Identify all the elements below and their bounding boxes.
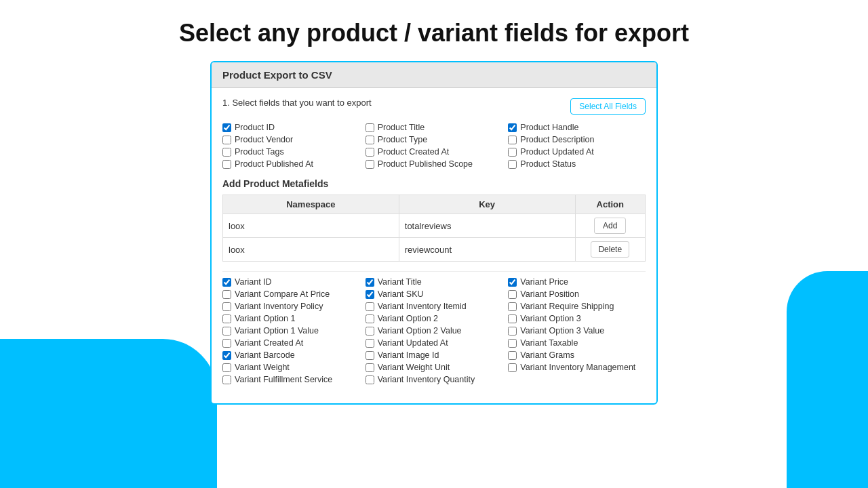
namespace-input-1[interactable]: [229, 245, 393, 255]
label-product_updated_at: Product Updated At: [520, 147, 593, 157]
checkbox-variant_option_1_value[interactable]: [222, 327, 231, 336]
namespace-input-0[interactable]: [229, 221, 393, 231]
label-variant_inventory_management: Variant Inventory Management: [520, 363, 635, 372]
key-input-1[interactable]: [405, 245, 570, 255]
label-variant_option_3_value: Variant Option 3 Value: [520, 326, 604, 336]
checkbox-product_published_scope[interactable]: [366, 160, 374, 169]
checkbox-product_tags[interactable]: [222, 148, 231, 157]
label-variant_option_1: Variant Option 1: [235, 314, 295, 323]
label-variant_barcode: Variant Barcode: [235, 350, 295, 360]
checkbox-variant_inventory_management[interactable]: [508, 363, 517, 372]
product-field-product_published_scope: Product Published Scope: [366, 159, 503, 169]
checkbox-product_description[interactable]: [508, 136, 517, 144]
checkbox-variant_weight_unit[interactable]: [366, 363, 374, 372]
checkbox-product_type[interactable]: [366, 136, 374, 144]
product-field-product_title: Product Title: [366, 123, 503, 132]
label-variant_option_3: Variant Option 3: [520, 314, 580, 323]
product-field-product_type: Product Type: [366, 135, 503, 144]
checkbox-product_updated_at[interactable]: [508, 148, 517, 157]
checkbox-product_id[interactable]: [222, 123, 231, 132]
product-fields-grid: Product IDProduct TitleProduct HandlePro…: [222, 123, 646, 169]
product-field-product_published_at: Product Published At: [222, 159, 360, 169]
checkbox-variant_weight[interactable]: [222, 363, 231, 372]
col-key: Key: [399, 195, 575, 214]
checkbox-variant_price[interactable]: [508, 278, 517, 287]
checkbox-variant_compare_at_price[interactable]: [222, 290, 231, 299]
checkbox-variant_option_2_value[interactable]: [366, 327, 374, 336]
variant-field-variant_option_3_value: Variant Option 3 Value: [508, 326, 646, 336]
label-product_id: Product ID: [235, 123, 275, 132]
checkbox-variant_fulfillment_service[interactable]: [222, 375, 231, 384]
product-field-product_created_at: Product Created At: [366, 147, 503, 157]
variant-field-variant_position: Variant Position: [508, 289, 646, 299]
checkbox-variant_image_id[interactable]: [366, 351, 374, 360]
checkbox-variant_id[interactable]: [222, 278, 231, 287]
variant-field-variant_require_shipping: Variant Require Shipping: [508, 302, 646, 311]
checkbox-variant_updated_at[interactable]: [366, 339, 374, 348]
checkbox-variant_option_2[interactable]: [366, 314, 374, 323]
checkbox-variant_position[interactable]: [508, 290, 517, 299]
product-field-product_description: Product Description: [508, 135, 646, 144]
checkbox-variant_taxable[interactable]: [508, 339, 517, 348]
checkbox-product_published_at[interactable]: [222, 160, 231, 169]
label-variant_option_2_value: Variant Option 2 Value: [378, 326, 462, 336]
variant-field-variant_option_2_value: Variant Option 2 Value: [366, 326, 503, 336]
variant-field-variant_updated_at: Variant Updated At: [366, 338, 503, 348]
product-field-product_status: Product Status: [508, 159, 646, 169]
label-product_published_at: Product Published At: [235, 159, 313, 169]
metafields-title: Add Product Metafields: [222, 178, 646, 189]
label-product_description: Product Description: [520, 135, 594, 144]
variant-fields-grid: Variant IDVariant TitleVariant PriceVari…: [222, 277, 646, 384]
variant-field-variant_compare_at_price: Variant Compare At Price: [222, 289, 360, 299]
variant-field-variant_option_3: Variant Option 3: [508, 314, 646, 323]
checkbox-variant_option_3[interactable]: [508, 314, 517, 323]
variant-field-variant_sku: Variant SKU: [366, 289, 503, 299]
label-product_title: Product Title: [378, 123, 425, 132]
checkbox-product_handle[interactable]: [508, 123, 517, 132]
checkbox-product_title[interactable]: [366, 123, 374, 132]
select-all-button[interactable]: Select All Fields: [570, 98, 646, 115]
key-input-0[interactable]: [405, 221, 570, 231]
metafield-row-0: Add: [223, 214, 646, 238]
select-all-row: 1. Select fields that you want to export…: [222, 98, 646, 115]
add-button-0[interactable]: Add: [594, 218, 626, 234]
label-variant_inventory_policy: Variant Inventory Policy: [235, 302, 323, 311]
delete-button-1[interactable]: Delete: [591, 241, 629, 258]
checkbox-variant_barcode[interactable]: [222, 351, 231, 360]
checkbox-variant_created_at[interactable]: [222, 339, 231, 348]
checkbox-variant_inventory_itemid[interactable]: [366, 302, 374, 311]
card-body: 1. Select fields that you want to export…: [212, 88, 656, 403]
variant-field-variant_inventory_management: Variant Inventory Management: [508, 363, 646, 372]
label-variant_weight_unit: Variant Weight Unit: [378, 363, 450, 372]
label-product_type: Product Type: [378, 135, 427, 144]
section-label: 1. Select fields that you want to export: [222, 98, 372, 108]
variant-field-variant_title: Variant Title: [366, 277, 503, 287]
label-variant_taxable: Variant Taxable: [520, 338, 578, 348]
checkbox-product_vendor[interactable]: [222, 136, 231, 144]
product-field-product_tags: Product Tags: [222, 147, 360, 157]
variant-field-variant_option_1: Variant Option 1: [222, 314, 360, 323]
checkbox-variant_title[interactable]: [366, 278, 374, 287]
checkbox-variant_require_shipping[interactable]: [508, 302, 517, 311]
checkbox-product_status[interactable]: [508, 160, 517, 169]
checkbox-variant_inventory_quantity[interactable]: [366, 375, 374, 384]
label-variant_weight: Variant Weight: [235, 363, 290, 372]
product-field-product_id: Product ID: [222, 123, 360, 132]
page-title: Select any product / variant fields for …: [179, 19, 689, 47]
variant-field-variant_weight: Variant Weight: [222, 363, 360, 372]
variant-field-variant_option_2: Variant Option 2: [366, 314, 503, 323]
metafield-row-1: Delete: [223, 238, 646, 262]
checkbox-variant_inventory_policy[interactable]: [222, 302, 231, 311]
label-variant_inventory_itemid: Variant Inventory Itemid: [378, 302, 467, 311]
checkbox-variant_option_1[interactable]: [222, 314, 231, 323]
divider: [222, 271, 646, 272]
checkbox-variant_sku[interactable]: [366, 290, 374, 299]
label-variant_id: Variant ID: [235, 277, 272, 287]
checkbox-variant_option_3_value[interactable]: [508, 327, 517, 336]
label-variant_image_id: Variant Image Id: [378, 350, 439, 360]
label-variant_compare_at_price: Variant Compare At Price: [235, 289, 330, 299]
card-header: Product Export to CSV: [212, 62, 656, 88]
checkbox-variant_grams[interactable]: [508, 351, 517, 360]
checkbox-product_created_at[interactable]: [366, 148, 374, 157]
label-variant_fulfillment_service: Variant Fulfillment Service: [235, 375, 332, 384]
